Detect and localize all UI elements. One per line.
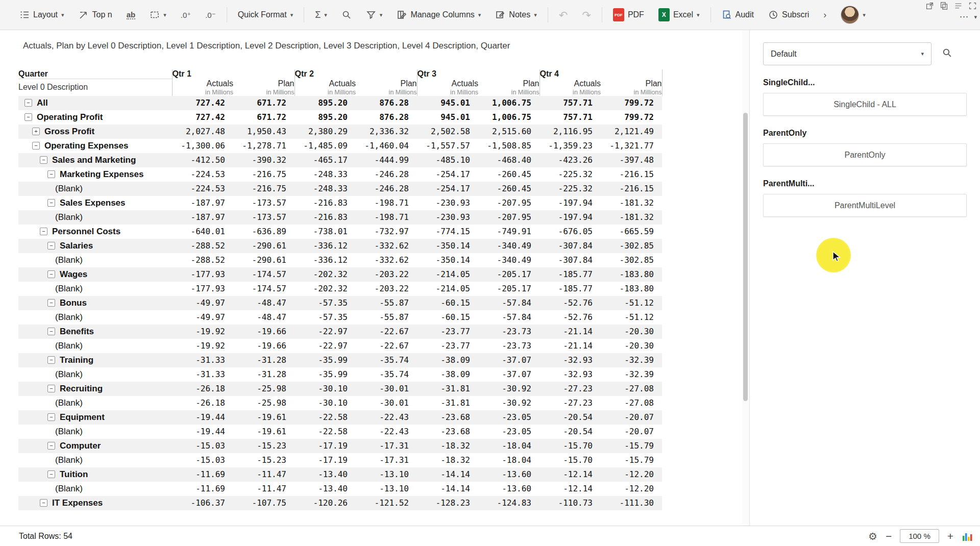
- value-cell: 1,006.75: [478, 110, 540, 125]
- value-cell: -32.39: [601, 353, 662, 367]
- expand-icon[interactable]: +: [32, 128, 40, 135]
- zoom-in-button[interactable]: +: [947, 531, 953, 541]
- undo-button[interactable]: ↶: [553, 7, 574, 23]
- collapse-icon[interactable]: −: [47, 299, 55, 307]
- collapse-icon[interactable]: −: [47, 270, 55, 278]
- table-row: (Blank)-224.53-216.75-248.33-246.28-254.…: [18, 182, 662, 196]
- value-cell: -202.32: [295, 282, 356, 296]
- view-dropdown[interactable]: Default ▾: [763, 42, 932, 65]
- collapse-icon[interactable]: −: [47, 442, 55, 450]
- panel-item[interactable]: SingleChild - ALL: [763, 93, 967, 116]
- value-cell: -25.98: [233, 396, 295, 410]
- value-cell: -35.99: [295, 353, 356, 367]
- filter-button[interactable]: ▾: [360, 7, 389, 23]
- panel-section-label: ParentOnly: [763, 129, 967, 138]
- zoom-out-button[interactable]: −: [886, 531, 892, 541]
- collapse-icon[interactable]: −: [47, 328, 55, 335]
- collapse-icon[interactable]: −: [47, 170, 55, 178]
- table-row: −Tuition-11.69-11.47-13.40-13.10-14.14-1…: [18, 467, 662, 482]
- chevron-down-icon: ▾: [863, 12, 866, 18]
- subscribe-button[interactable]: Subscri: [762, 7, 815, 23]
- expand-icon[interactable]: [968, 2, 977, 10]
- scrollbar-thumb[interactable]: [743, 113, 748, 401]
- audit-button[interactable]: Audit: [716, 7, 760, 23]
- toolbar-overflow-button[interactable]: ›: [817, 7, 832, 22]
- value-cell: -57.84: [478, 296, 540, 310]
- open-external-icon[interactable]: [925, 2, 934, 10]
- row-label-cell: +Gross Profit: [18, 125, 172, 139]
- top-n-button[interactable]: Top n: [72, 7, 118, 23]
- vertical-scrollbar[interactable]: [742, 30, 749, 526]
- abbreviate-button[interactable]: ab: [120, 8, 142, 22]
- excel-export-button[interactable]: X Excel ▾: [652, 5, 706, 24]
- notes-button[interactable]: Notes ▾: [489, 7, 543, 23]
- value-cell: -173.57: [233, 196, 295, 210]
- value-cell: -20.30: [601, 325, 662, 339]
- value-cell: -35.99: [295, 367, 356, 382]
- value-cell: -203.22: [356, 282, 417, 296]
- value-cell: -177.93: [172, 267, 233, 282]
- quick-format-button[interactable]: Quick Format ▾: [232, 7, 300, 22]
- collapse-icon[interactable]: −: [47, 470, 55, 478]
- value-cell: -121.52: [356, 496, 417, 510]
- row-label: Sales and Marketing: [52, 155, 136, 165]
- collapse-icon[interactable]: −: [24, 113, 32, 121]
- chevron-down-icon[interactable]: ▾: [974, 14, 977, 20]
- value-cell: -183.80: [601, 282, 662, 296]
- value-cell: -665.59: [601, 225, 662, 239]
- collapse-icon[interactable]: −: [24, 99, 32, 107]
- value-cell: -302.85: [601, 239, 662, 253]
- layout-button[interactable]: Layout ▾: [13, 7, 70, 23]
- sigma-icon: Σ: [315, 10, 321, 19]
- list-icon[interactable]: [954, 2, 963, 10]
- user-menu-button[interactable]: ▾: [835, 3, 872, 27]
- avatar: [841, 6, 859, 24]
- more-options-icon[interactable]: ⋯: [959, 12, 968, 21]
- sum-button[interactable]: Σ ▾: [309, 7, 333, 22]
- value-cell: -12.14: [540, 482, 601, 496]
- increase-decimal-button[interactable]: .0⁺: [175, 8, 197, 22]
- value-cell: -13.40: [295, 482, 356, 496]
- value-cell: -18.04: [478, 453, 540, 467]
- collapse-icon[interactable]: −: [32, 142, 40, 150]
- value-cell: -51.12: [601, 296, 662, 310]
- collapse-icon[interactable]: −: [40, 156, 47, 164]
- panel-item[interactable]: ParentMultiLevel: [763, 194, 967, 217]
- value-cell: -31.28: [233, 353, 295, 367]
- manage-columns-button[interactable]: Manage Columns ▾: [390, 7, 487, 23]
- collapse-icon[interactable]: −: [40, 228, 47, 235]
- panel-search-button[interactable]: [942, 47, 952, 60]
- value-cell: -49.97: [172, 296, 233, 310]
- value-cell: -30.01: [356, 382, 417, 396]
- value-cell: -246.28: [356, 167, 417, 182]
- value-cell: -22.67: [356, 325, 417, 339]
- table-row: +Gross Profit2,027.481,950.432,380.292,3…: [18, 125, 662, 139]
- value-cell: -224.53: [172, 167, 233, 182]
- row-label: Gross Profit: [44, 127, 94, 136]
- row-label: IT Expenses: [52, 498, 103, 508]
- row-label: Operating Profit: [37, 112, 103, 122]
- collapse-icon[interactable]: −: [47, 356, 55, 364]
- zoom-level: 100 %: [900, 529, 939, 543]
- search-button[interactable]: [335, 7, 358, 23]
- collapse-icon[interactable]: −: [40, 499, 47, 507]
- decrease-decimal-button[interactable]: .0⁻: [199, 8, 222, 22]
- copy-icon[interactable]: [940, 2, 948, 10]
- value-cell: -214.05: [417, 267, 478, 282]
- value-cell: -738.01: [295, 225, 356, 239]
- collapse-icon[interactable]: −: [47, 385, 55, 392]
- collapse-icon[interactable]: −: [47, 413, 55, 421]
- collapse-icon[interactable]: −: [47, 199, 55, 207]
- gear-icon[interactable]: ⚙: [868, 531, 877, 541]
- chevron-down-icon: ▾: [163, 12, 166, 18]
- redo-button[interactable]: ↷: [576, 7, 597, 23]
- value-cell: -30.92: [478, 382, 540, 396]
- value-cell: -23.68: [417, 425, 478, 439]
- collapse-icon[interactable]: −: [47, 242, 55, 250]
- value-cell: -23.68: [417, 410, 478, 425]
- pdf-export-button[interactable]: PDF PDF: [607, 5, 650, 24]
- panel-item[interactable]: ParentOnly: [763, 143, 967, 166]
- measure-header: Planin Millions: [356, 79, 417, 96]
- cell-format-button[interactable]: ▾: [143, 7, 173, 23]
- row-label-cell: (Blank): [18, 182, 172, 196]
